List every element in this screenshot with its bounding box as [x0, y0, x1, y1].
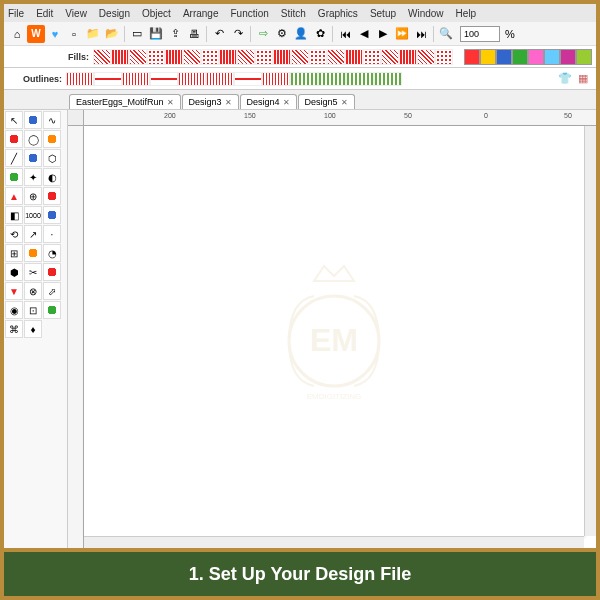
color-swatch[interactable]: [496, 49, 512, 65]
tool-icon[interactable]: ↗: [24, 225, 42, 243]
fill-pattern-icon[interactable]: [345, 49, 363, 65]
menu-edit[interactable]: Edit: [36, 8, 53, 19]
gear-icon[interactable]: ✿: [311, 25, 329, 43]
outline-pattern-icon[interactable]: [374, 72, 402, 86]
tool-icon[interactable]: ✂: [24, 263, 42, 281]
tool-icon[interactable]: [24, 111, 42, 129]
tool-icon[interactable]: ♦: [24, 320, 42, 338]
outline-pattern-icon[interactable]: [150, 72, 178, 86]
fill-pattern-icon[interactable]: [435, 49, 453, 65]
menu-setup[interactable]: Setup: [370, 8, 396, 19]
recent-icon[interactable]: 📂: [103, 25, 121, 43]
fill-pattern-icon[interactable]: [111, 49, 129, 65]
print-icon[interactable]: 🖶: [185, 25, 203, 43]
save-icon[interactable]: 💾: [147, 25, 165, 43]
tool-icon[interactable]: [43, 263, 61, 281]
app-logo-icon[interactable]: W: [27, 25, 45, 43]
tool-icon[interactable]: [43, 206, 61, 224]
color-swatch[interactable]: [464, 49, 480, 65]
menu-file[interactable]: File: [8, 8, 24, 19]
outline-pattern-icon[interactable]: [234, 72, 262, 86]
color-swatch[interactable]: [576, 49, 592, 65]
color-swatch[interactable]: [528, 49, 544, 65]
shape-tool-icon[interactable]: ◯: [24, 130, 42, 148]
outline-pattern-icon[interactable]: [318, 72, 346, 86]
fill-pattern-icon[interactable]: [147, 49, 165, 65]
curve-tool-icon[interactable]: ∿: [43, 111, 61, 129]
fabric-icon[interactable]: ▦: [574, 70, 592, 88]
menu-window[interactable]: Window: [408, 8, 444, 19]
color-swatch[interactable]: [480, 49, 496, 65]
fill-pattern-icon[interactable]: [291, 49, 309, 65]
outline-pattern-icon[interactable]: [178, 72, 206, 86]
line-tool-icon[interactable]: ╱: [5, 149, 23, 167]
tool-icon[interactable]: [24, 244, 42, 262]
close-icon[interactable]: ✕: [283, 98, 290, 107]
outline-pattern-icon[interactable]: [206, 72, 234, 86]
fill-pattern-icon[interactable]: [309, 49, 327, 65]
tool-icon[interactable]: ▼: [5, 282, 23, 300]
send-icon[interactable]: ⇨: [254, 25, 272, 43]
menu-view[interactable]: View: [65, 8, 87, 19]
play-fwd-icon[interactable]: ▶: [374, 25, 392, 43]
machine-icon[interactable]: ⚙: [273, 25, 291, 43]
open2-icon[interactable]: ▭: [128, 25, 146, 43]
fill-pattern-icon[interactable]: [219, 49, 237, 65]
tab-eastereggs[interactable]: EasterEggs_MotifRun✕: [69, 94, 181, 109]
tool-icon[interactable]: ◐: [43, 168, 61, 186]
outline-pattern-icon[interactable]: [66, 72, 94, 86]
outline-pattern-icon[interactable]: [94, 72, 122, 86]
close-icon[interactable]: ✕: [341, 98, 348, 107]
undo-icon[interactable]: ↶: [210, 25, 228, 43]
menu-design[interactable]: Design: [99, 8, 130, 19]
fill-pattern-icon[interactable]: [237, 49, 255, 65]
play-start-icon[interactable]: ⏮: [336, 25, 354, 43]
open-icon[interactable]: 📁: [84, 25, 102, 43]
fill-pattern-icon[interactable]: [417, 49, 435, 65]
select-tool-icon[interactable]: ↖: [5, 111, 23, 129]
fill-pattern-icon[interactable]: [165, 49, 183, 65]
tool-icon[interactable]: ▲: [5, 187, 23, 205]
tool-icon[interactable]: ⟲: [5, 225, 23, 243]
menu-function[interactable]: Function: [230, 8, 268, 19]
menu-graphics[interactable]: Graphics: [318, 8, 358, 19]
tool-icon[interactable]: ⊗: [24, 282, 42, 300]
menu-object[interactable]: Object: [142, 8, 171, 19]
outline-pattern-icon[interactable]: [290, 72, 318, 86]
play-back-icon[interactable]: ◀: [355, 25, 373, 43]
tool-icon[interactable]: [43, 130, 61, 148]
play-end-icon[interactable]: ⏭: [412, 25, 430, 43]
tool-icon[interactable]: ⬡: [43, 149, 61, 167]
home-icon[interactable]: ⌂: [8, 25, 26, 43]
design-canvas[interactable]: EM EMDIGITIZING: [84, 126, 584, 536]
fill-pattern-icon[interactable]: [273, 49, 291, 65]
fill-pattern-icon[interactable]: [327, 49, 345, 65]
menu-help[interactable]: Help: [456, 8, 477, 19]
outline-pattern-icon[interactable]: [346, 72, 374, 86]
fill-pattern-icon[interactable]: [93, 49, 111, 65]
tool-icon[interactable]: ⊡: [24, 301, 42, 319]
fill-pattern-icon[interactable]: [381, 49, 399, 65]
menu-arrange[interactable]: Arrange: [183, 8, 219, 19]
tool-icon[interactable]: ◔: [43, 244, 61, 262]
tab-design4[interactable]: Design4✕: [240, 94, 297, 109]
fill-pattern-icon[interactable]: [201, 49, 219, 65]
tool-icon[interactable]: [5, 130, 23, 148]
fill-pattern-icon[interactable]: [363, 49, 381, 65]
fill-pattern-icon[interactable]: [255, 49, 273, 65]
zoom-input[interactable]: 100: [460, 26, 500, 42]
scrollbar-vertical[interactable]: [584, 126, 596, 536]
redo-icon[interactable]: ↷: [229, 25, 247, 43]
fill-pattern-icon[interactable]: [183, 49, 201, 65]
tool-icon[interactable]: ⊞: [5, 244, 23, 262]
tool-icon[interactable]: ⌘: [5, 320, 23, 338]
fill-pattern-icon[interactable]: [399, 49, 417, 65]
play-fast-icon[interactable]: ⏩: [393, 25, 411, 43]
outline-pattern-icon[interactable]: [262, 72, 290, 86]
tool-icon[interactable]: [24, 149, 42, 167]
close-icon[interactable]: ✕: [225, 98, 232, 107]
shirt-icon[interactable]: 👕: [556, 70, 574, 88]
close-icon[interactable]: ✕: [167, 98, 174, 107]
tab-design5[interactable]: Design5✕: [298, 94, 355, 109]
outline-pattern-icon[interactable]: [122, 72, 150, 86]
